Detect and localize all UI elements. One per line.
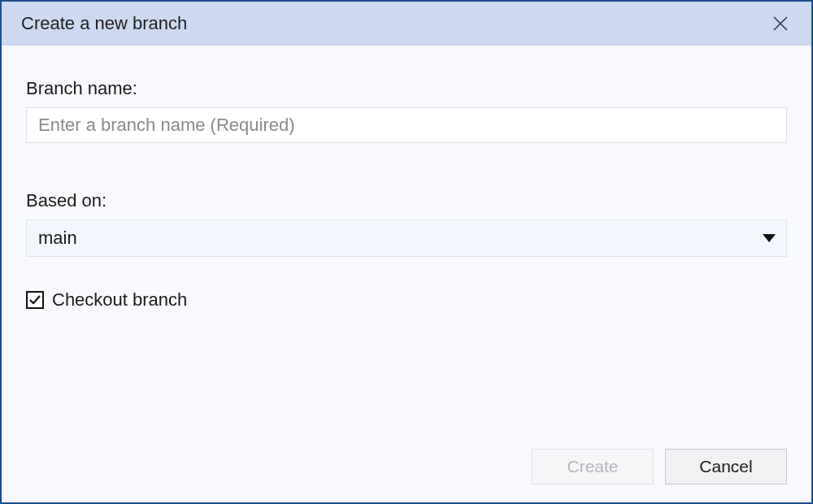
- checkout-branch-row: Checkout branch: [26, 289, 787, 311]
- close-icon: [772, 15, 789, 32]
- based-on-select[interactable]: main: [26, 219, 787, 257]
- dialog-title: Create a new branch: [21, 13, 187, 34]
- create-button[interactable]: Create: [532, 449, 654, 484]
- close-button[interactable]: [767, 11, 793, 37]
- dialog-content: Branch name: Based on: main Checkout bra…: [2, 46, 811, 502]
- branch-name-input[interactable]: [26, 107, 787, 143]
- branch-name-label: Branch name:: [26, 78, 787, 99]
- checkout-branch-checkbox[interactable]: [26, 291, 44, 309]
- checkmark-icon: [28, 293, 41, 306]
- based-on-selected-value: main: [38, 228, 77, 249]
- checkout-branch-label: Checkout branch: [52, 289, 187, 311]
- titlebar: Create a new branch: [2, 2, 811, 46]
- based-on-label: Based on:: [26, 190, 787, 211]
- create-branch-dialog: Create a new branch Branch name: Based o…: [0, 0, 813, 504]
- cancel-button[interactable]: Cancel: [665, 449, 787, 484]
- dialog-button-row: Create Cancel: [532, 449, 787, 484]
